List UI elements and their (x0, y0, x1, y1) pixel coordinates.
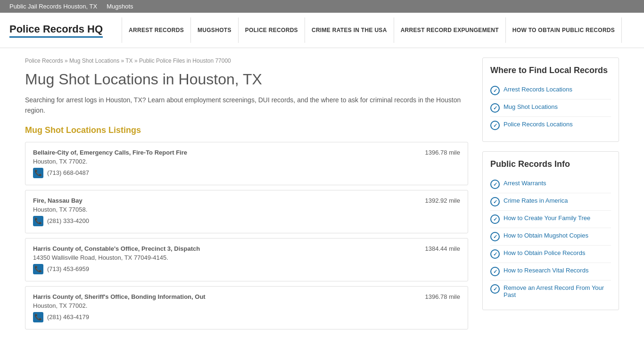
check-icon (490, 121, 500, 130)
page-title: Mug Shot Locations in Houston, TX (25, 71, 468, 88)
nav-crime-rates[interactable]: CRIME RATES IN THE USA (305, 17, 394, 43)
listing-phone: 📞 (713) 668-0487 (33, 168, 460, 178)
check-icon (490, 103, 500, 113)
check-icon (490, 267, 500, 276)
listing-name: Harris County of, Sheriff's Office, Bond… (33, 293, 206, 300)
site-logo[interactable]: Police Records HQ (9, 23, 103, 38)
listing-header: Fire, Nassau Bay 1392.92 mile (33, 197, 460, 204)
check-icon (490, 284, 500, 294)
header: Police Records HQ ARREST RECORDS MUGSHOT… (0, 13, 644, 48)
main-nav: ARREST RECORDS MUGSHOTS POLICE RECORDS C… (122, 17, 622, 43)
listing-distance: 1392.92 mile (425, 197, 460, 204)
phone-icon: 📞 (33, 168, 43, 178)
local-records-title: Where to Find Local Records (490, 66, 611, 75)
top-bar-link-jail[interactable]: Public Jail Records Houston, TX (9, 3, 97, 10)
main-container: Police Records » Mug Shot Locations » TX… (16, 48, 628, 344)
breadcrumb-mug-shot-locations[interactable]: Mug Shot Locations (69, 58, 119, 64)
intro-text: Searching for arrest logs in Houston, TX… (25, 95, 468, 116)
listing-phone: 📞 (281) 463-4179 (33, 312, 460, 322)
check-icon (490, 249, 500, 259)
listing-header: Harris County of, Sheriff's Office, Bond… (33, 293, 460, 300)
sidebar-link-family-tree[interactable]: How to Create Your Family Tree (490, 211, 611, 228)
listing-name: Bellaire-City of, Emergency Calls, Fire-… (33, 149, 187, 156)
phone-icon: 📞 (33, 264, 43, 274)
sidebar-link-remove-arrest-record[interactable]: Remove an Arrest Record From Your Past (490, 280, 611, 302)
sidebar-link-label: Arrest Warrants (504, 180, 546, 187)
breadcrumb-police-records[interactable]: Police Records (25, 58, 63, 64)
sidebar-link-arrest-records-locations[interactable]: Arrest Records Locations (490, 82, 611, 99)
listing-name: Harris County of, Constable's Office, Pr… (33, 245, 200, 252)
sidebar-link-label: How to Research Vital Records (504, 267, 588, 274)
sidebar-link-arrest-warrants[interactable]: Arrest Warrants (490, 176, 611, 193)
listing-card: Harris County of, Constable's Office, Pr… (25, 238, 468, 281)
breadcrumb-tx[interactable]: TX (125, 58, 132, 64)
sidebar-link-label: How to Obtain Mugshot Copies (504, 232, 588, 239)
nav-expungement[interactable]: ARREST RECORD EXPUNGEMENT (394, 17, 506, 43)
nav-obtain-records[interactable]: HOW TO OBTAIN PUBLIC RECORDS (506, 17, 622, 43)
phone-number: (713) 453-6959 (47, 265, 89, 272)
breadcrumb-houston[interactable]: Public Police Files in Houston 77000 (139, 58, 231, 64)
nav-arrest-records[interactable]: ARREST RECORDS (122, 17, 191, 43)
phone-number: (281) 333-4200 (47, 217, 89, 224)
section-title: Mug Shot Locations Listings (25, 125, 468, 135)
public-records-title: Public Records Info (490, 159, 611, 169)
phone-icon: 📞 (33, 216, 43, 226)
sidebar-link-mug-shot-locations[interactable]: Mug Shot Locations (490, 99, 611, 117)
phone-number: (713) 668-0487 (47, 169, 89, 176)
sidebar-link-crime-rates[interactable]: Crime Rates in America (490, 193, 611, 211)
phone-icon: 📞 (33, 312, 43, 322)
sidebar-link-label: Police Records Locations (504, 121, 573, 128)
sidebar-link-police-records[interactable]: How to Obtain Police Records (490, 246, 611, 263)
listing-name: Fire, Nassau Bay (33, 197, 83, 204)
listing-distance: 1396.78 mile (425, 149, 460, 156)
check-icon (490, 180, 500, 189)
sidebar-link-label: How to Obtain Police Records (504, 249, 585, 256)
check-icon (490, 232, 500, 241)
public-records-box: Public Records Info Arrest Warrants Crim… (482, 151, 619, 310)
nav-mugshots[interactable]: MUGSHOTS (191, 17, 239, 43)
nav-police-records[interactable]: POLICE RECORDS (239, 17, 305, 43)
sidebar-link-police-records-locations[interactable]: Police Records Locations (490, 117, 611, 134)
check-icon (490, 86, 500, 95)
listing-address: Houston, TX 77002. (33, 302, 460, 309)
listing-distance: 1396.78 mile (425, 293, 460, 300)
listing-phone: 📞 (713) 453-6959 (33, 264, 460, 274)
sidebar-link-mugshot-copies[interactable]: How to Obtain Mugshot Copies (490, 228, 611, 246)
sidebar-link-label: Arrest Records Locations (504, 86, 572, 93)
listing-distance: 1384.44 mile (425, 245, 460, 252)
local-records-box: Where to Find Local Records Arrest Recor… (482, 58, 619, 142)
check-icon (490, 214, 500, 224)
phone-number: (281) 463-4179 (47, 313, 89, 321)
breadcrumb: Police Records » Mug Shot Locations » TX… (25, 58, 468, 64)
check-icon (490, 197, 500, 206)
sidebar-link-vital-records[interactable]: How to Research Vital Records (490, 263, 611, 280)
sidebar-link-label: Remove an Arrest Record From Your Past (504, 284, 611, 298)
top-bar-link-mugshots[interactable]: Mugshots (107, 3, 133, 10)
sidebar-link-label: How to Create Your Family Tree (504, 214, 590, 222)
listing-phone: 📞 (281) 333-4200 (33, 216, 460, 226)
listing-header: Bellaire-City of, Emergency Calls, Fire-… (33, 149, 460, 156)
top-bar: Public Jail Records Houston, TX Mugshots (0, 0, 644, 13)
sidebar-link-label: Crime Rates in America (504, 197, 568, 204)
content-area: Police Records » Mug Shot Locations » TX… (25, 58, 468, 334)
sidebar: Where to Find Local Records Arrest Recor… (482, 58, 619, 334)
listing-address: 14350 Wallisville Road, Houston, TX 7704… (33, 254, 460, 261)
listing-address: Houston, TX 77058. (33, 206, 460, 213)
listing-header: Harris County of, Constable's Office, Pr… (33, 245, 460, 252)
listing-card: Bellaire-City of, Emergency Calls, Fire-… (25, 142, 468, 185)
listing-card: Fire, Nassau Bay 1392.92 mile Houston, T… (25, 190, 468, 233)
sidebar-link-label: Mug Shot Locations (504, 103, 558, 110)
listing-address: Houston, TX 77002. (33, 158, 460, 165)
listing-card: Harris County of, Sheriff's Office, Bond… (25, 286, 468, 329)
